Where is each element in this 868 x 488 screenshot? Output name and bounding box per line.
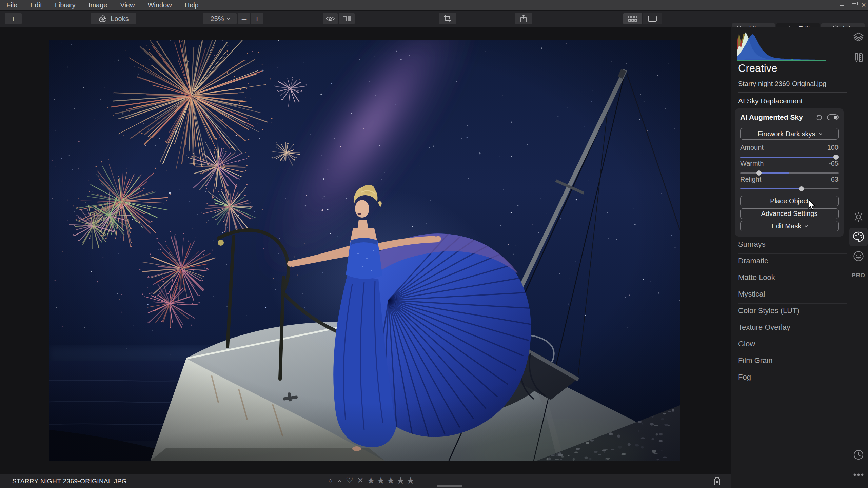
- slider-track[interactable]: [740, 170, 839, 176]
- tool-ai-sky-replacement[interactable]: AI Sky Replacement: [738, 97, 803, 105]
- slider-thumb[interactable]: [799, 186, 804, 191]
- portrait-tab-button[interactable]: [852, 249, 865, 263]
- tool-matte-look[interactable]: Matte Look: [731, 270, 868, 287]
- section-title: Creative: [738, 62, 777, 75]
- slider-amount[interactable]: Amount100: [740, 144, 839, 160]
- star-rating[interactable]: ★★★★★: [367, 475, 416, 486]
- share-button[interactable]: [515, 13, 532, 24]
- menu-edit[interactable]: Edit: [24, 0, 48, 10]
- restore-icon: [852, 3, 856, 7]
- essentials-tab-button[interactable]: [852, 210, 865, 224]
- taskbar-hint-line: [437, 485, 462, 487]
- crop-icon: [443, 15, 452, 23]
- slider-relight[interactable]: Relight63: [740, 176, 839, 191]
- tool-fog[interactable]: Fog: [731, 370, 868, 387]
- tool-film-grain[interactable]: Film Grain: [731, 353, 868, 370]
- professional-tab-button[interactable]: PRO: [852, 269, 865, 282]
- tool-glow[interactable]: Glow: [731, 337, 868, 353]
- sky-preset-dropdown[interactable]: Firework Dark skys: [740, 128, 839, 140]
- menu-view[interactable]: View: [114, 0, 141, 10]
- slider-track[interactable]: [740, 186, 839, 191]
- menu-items: FileEditLibraryImageViewWindowHelp: [0, 0, 205, 10]
- more-options-button[interactable]: [852, 468, 865, 482]
- vignette: [49, 40, 680, 461]
- ai-augmented-sky-card: AI Augmented Sky Firework Dark skys Amou…: [735, 108, 844, 237]
- sky-preset-value: Firework Dark skys: [757, 130, 815, 138]
- slider-track[interactable]: [740, 155, 839, 160]
- tool-label: Mystical: [738, 290, 765, 299]
- edit-tools-button[interactable]: [852, 51, 865, 64]
- crop-button[interactable]: [439, 13, 456, 24]
- advanced-settings-button[interactable]: Advanced Settings: [740, 208, 839, 219]
- card-title: AI Augmented Sky: [740, 113, 815, 121]
- color-label-circle-icon[interactable]: ○: [328, 476, 333, 485]
- pen-ruler-icon: [854, 53, 863, 63]
- looks-venn-icon: [98, 15, 107, 22]
- tool-label: Color Styles (LUT): [738, 306, 800, 315]
- clock-icon: [853, 449, 864, 460]
- menu-file[interactable]: File: [0, 0, 24, 10]
- looks-label: Looks: [111, 15, 129, 23]
- tool-label: Texture Overlay: [738, 323, 790, 332]
- slider-thumb[interactable]: [833, 155, 839, 160]
- chevron-down-icon: [805, 224, 808, 227]
- menu-library[interactable]: Library: [48, 0, 82, 10]
- single-view-button[interactable]: [643, 13, 662, 24]
- layers-icon: [853, 32, 864, 42]
- photo-starry-night[interactable]: [49, 40, 680, 461]
- creative-tools-list: SunraysDramaticMatte LookMysticalColor S…: [731, 237, 868, 387]
- enable-toggle[interactable]: [827, 114, 839, 120]
- trash-icon: [713, 476, 722, 486]
- menu-image[interactable]: Image: [82, 0, 114, 10]
- three-dots-icon: [853, 473, 864, 476]
- compare-button[interactable]: [339, 13, 355, 24]
- application-window: FileEditLibraryImageViewWindowHelp – × +…: [0, 0, 868, 488]
- tool-label: Film Grain: [738, 356, 772, 365]
- slider-warmth[interactable]: Warmth-65: [740, 160, 839, 176]
- close-button[interactable]: ×: [859, 0, 868, 10]
- chevron-down-icon: [818, 132, 822, 135]
- history-button[interactable]: [852, 448, 865, 462]
- minimize-button[interactable]: –: [836, 0, 848, 10]
- menu-window[interactable]: Window: [141, 0, 178, 10]
- edit-panel: Creative Starry night 2369-Original.jpg …: [731, 27, 868, 488]
- top-toolbar: + Looks 25% – +: [0, 11, 868, 27]
- share-export-icon: [520, 14, 527, 23]
- tool-texture-overlay[interactable]: Texture Overlay: [731, 320, 868, 337]
- tool-label: Glow: [738, 340, 755, 348]
- grid-view-button[interactable]: [623, 13, 642, 24]
- zoom-out-button[interactable]: –: [238, 13, 250, 24]
- add-button[interactable]: +: [5, 13, 22, 24]
- palette-icon: [853, 231, 864, 242]
- bottom-bar: STARRY NIGHT 2369-ORIGINAL.JPG ○ ♡ × ★★★…: [0, 474, 731, 488]
- pro-label: PRO: [851, 271, 866, 280]
- slider-value: 100: [827, 144, 839, 151]
- preview-eye-button[interactable]: [323, 13, 338, 24]
- tool-dramatic[interactable]: Dramatic: [731, 254, 868, 270]
- eye-icon: [326, 15, 335, 22]
- color-label-chevron-icon[interactable]: [338, 480, 341, 484]
- creative-tab-button[interactable]: [852, 230, 865, 244]
- tool-label: Matte Look: [738, 273, 775, 282]
- place-object-button[interactable]: Place Object: [740, 196, 839, 206]
- favorite-heart-icon[interactable]: ♡: [346, 475, 353, 485]
- tool-color-styles-lut[interactable]: Color Styles (LUT): [731, 304, 868, 320]
- slider-label: Warmth: [740, 160, 764, 167]
- zoom-in-button[interactable]: +: [251, 13, 263, 24]
- slider-thumb[interactable]: [756, 170, 762, 176]
- restore-button[interactable]: [849, 0, 859, 10]
- canvas-area[interactable]: [0, 27, 731, 474]
- menu-help[interactable]: Help: [178, 0, 205, 10]
- histogram: [737, 30, 826, 61]
- looks-button[interactable]: Looks: [91, 13, 136, 24]
- remove-photo-button[interactable]: [713, 476, 722, 487]
- reject-x-icon[interactable]: ×: [357, 474, 363, 486]
- toggle-knob: [834, 116, 837, 119]
- edit-mask-button[interactable]: Edit Mask: [740, 221, 839, 231]
- reset-undo-icon[interactable]: [815, 114, 823, 121]
- layers-button[interactable]: [852, 30, 865, 44]
- zoom-level-select[interactable]: 25%: [203, 13, 237, 24]
- current-file-label: STARRY NIGHT 2369-ORIGINAL.JPG: [12, 477, 127, 485]
- tool-sunrays[interactable]: Sunrays: [731, 237, 868, 254]
- tool-mystical[interactable]: Mystical: [731, 287, 868, 304]
